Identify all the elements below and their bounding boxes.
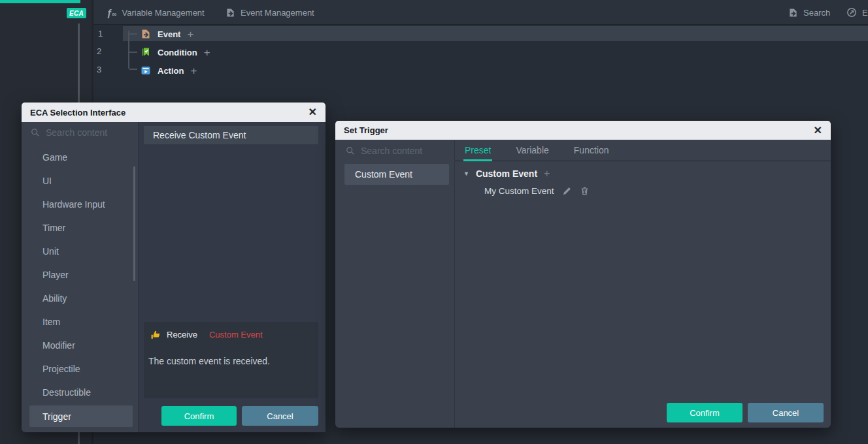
st-search-input[interactable]	[361, 146, 439, 156]
tree-connector	[129, 69, 137, 70]
category-item-ability[interactable]: Ability	[22, 287, 138, 310]
topbar-search[interactable]: Search	[788, 0, 830, 25]
eca-confirm-button[interactable]: Confirm	[161, 406, 237, 426]
category-item-player[interactable]: Player	[22, 263, 138, 287]
eca-selection-dialog: ECA Selection Interface ✕ Game UI Hardwa…	[22, 103, 326, 432]
hand-icon	[150, 329, 161, 340]
search-icon	[31, 128, 40, 137]
condition-row-label: Condition	[158, 48, 197, 57]
tree-item-label: My Custom Event	[484, 186, 554, 196]
tab-event-management[interactable]: Event Management	[225, 0, 314, 25]
st-search-box[interactable]	[346, 146, 439, 156]
topbar: ƒ∞ Variable Management Event Management …	[93, 0, 868, 25]
tab-variable[interactable]: Variable	[516, 140, 548, 161]
category-item-trigger[interactable]: Trigger	[29, 405, 133, 427]
action-row-label: Action	[158, 66, 184, 76]
eca-badge[interactable]: ECA	[67, 8, 86, 18]
close-icon[interactable]: ✕	[814, 125, 822, 136]
refresh-circle-icon	[846, 7, 857, 18]
topbar-truncated-item[interactable]: E	[846, 0, 868, 25]
line-number: 3	[97, 65, 101, 74]
selected-row-highlight	[123, 26, 868, 41]
set-trigger-dialog: Set Trigger ✕ Custom Event Preset Variab…	[335, 121, 831, 428]
tree-group-label: Custom Event	[476, 168, 537, 179]
tree-connector	[129, 52, 137, 53]
category-item-timer[interactable]: Timer	[22, 216, 138, 240]
tab-variable-management[interactable]: ƒ∞ Variable Management	[107, 0, 205, 25]
event-doc-icon	[225, 8, 235, 18]
tree-group-custom-event[interactable]: ▼ Custom Event +	[463, 168, 550, 179]
detail-description: The custom event is received.	[148, 356, 270, 366]
st-tab-bar: Preset Variable Function	[455, 140, 831, 161]
tree-connector	[129, 33, 137, 35]
caret-down-icon[interactable]: ▼	[463, 170, 469, 177]
tab-preset[interactable]: Preset	[465, 140, 491, 161]
category-item-ui[interactable]: UI	[22, 169, 138, 193]
add-custom-event-button[interactable]: +	[544, 168, 550, 179]
category-item-game[interactable]: Game	[22, 146, 138, 169]
category-item-projectile[interactable]: Projectile	[22, 357, 138, 381]
edit-pencil-icon[interactable]	[562, 186, 572, 196]
variable-management-label: Variable Management	[122, 8, 204, 18]
tree-connector	[128, 31, 129, 69]
add-condition-button[interactable]: +	[204, 47, 210, 58]
category-item-modifier[interactable]: Modifier	[22, 334, 138, 357]
list-item-custom-event[interactable]: Custom Event	[344, 164, 449, 185]
category-list-scrollbar[interactable]	[133, 166, 135, 281]
result-item-receive-custom-event[interactable]: Receive Custom Event	[144, 126, 318, 144]
st-cancel-button[interactable]: Cancel	[748, 403, 824, 422]
fx-icon: ƒ∞	[107, 7, 116, 18]
close-icon[interactable]: ✕	[309, 107, 317, 118]
search-doc-icon	[788, 8, 798, 18]
action-icon	[141, 65, 151, 76]
event-row[interactable]: Event +	[141, 27, 193, 41]
event-icon	[141, 29, 151, 39]
truncated-label: E	[862, 8, 868, 18]
action-row[interactable]: Action +	[141, 63, 197, 78]
detail-panel: Receive Custom Event The custom event is…	[144, 322, 318, 398]
event-row-label: Event	[158, 29, 180, 39]
condition-row[interactable]: Condition +	[141, 45, 210, 59]
eca-search-box[interactable]	[31, 127, 124, 138]
accent-strip	[0, 0, 80, 3]
line-number: 1	[98, 29, 103, 39]
eca-dialog-title: ECA Selection Interface	[30, 108, 125, 118]
line-number: 2	[97, 46, 101, 56]
panel-divider	[454, 140, 455, 428]
event-management-label: Event Management	[241, 8, 314, 18]
tree-item-my-custom-event[interactable]: My Custom Event	[484, 186, 590, 196]
eca-dialog-titlebar[interactable]: ECA Selection Interface ✕	[22, 103, 326, 122]
add-event-button[interactable]: +	[187, 29, 193, 40]
tab-function[interactable]: Function	[574, 140, 609, 161]
detail-param-link[interactable]: Custom Event	[209, 330, 263, 340]
category-item-destructible[interactable]: Destructible	[22, 381, 138, 404]
category-item-unit[interactable]: Unit	[22, 240, 138, 263]
condition-icon	[141, 47, 151, 57]
st-confirm-button[interactable]: Confirm	[667, 403, 743, 422]
detail-keyword: Receive	[167, 330, 197, 340]
search-icon	[346, 146, 355, 155]
panel-divider	[138, 122, 139, 432]
add-action-button[interactable]: +	[190, 65, 197, 76]
delete-trash-icon[interactable]	[580, 186, 590, 196]
set-trigger-title: Set Trigger	[344, 125, 388, 135]
eca-cancel-button[interactable]: Cancel	[242, 406, 318, 426]
search-label: Search	[803, 8, 830, 18]
category-item-hardware-input[interactable]: Hardware Input	[22, 193, 138, 216]
category-item-item[interactable]: Item	[22, 310, 138, 334]
eca-search-input[interactable]	[46, 127, 124, 138]
set-trigger-titlebar[interactable]: Set Trigger ✕	[335, 121, 831, 140]
